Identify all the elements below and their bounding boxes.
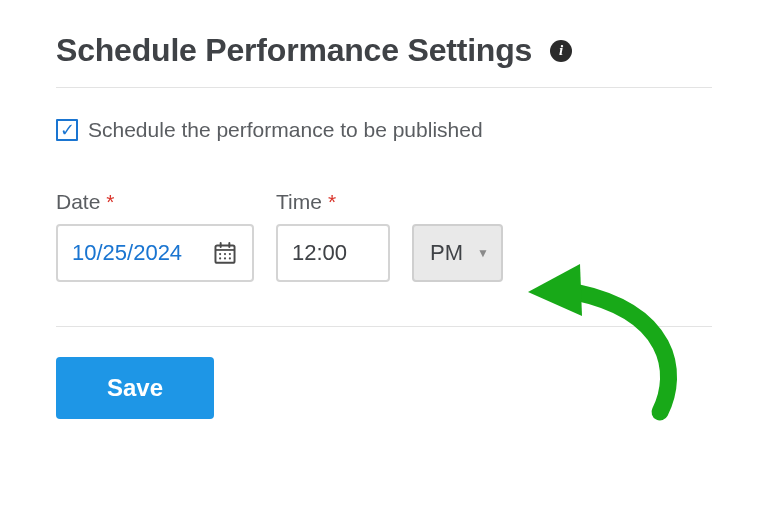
page-title: Schedule Performance Settings xyxy=(56,32,532,69)
svg-point-6 xyxy=(229,253,231,255)
time-value: 12:00 xyxy=(292,240,347,266)
divider-top xyxy=(56,87,712,88)
time-field: Time* 12:00 xyxy=(276,190,390,282)
date-label-text: Date xyxy=(56,190,100,213)
schedule-checkbox[interactable]: ✓ xyxy=(56,119,78,141)
svg-point-5 xyxy=(224,253,226,255)
required-mark: * xyxy=(328,190,336,213)
chevron-down-icon: ▼ xyxy=(477,246,489,260)
divider-bottom xyxy=(56,326,712,327)
ampm-select[interactable]: PM ▼ xyxy=(412,224,503,282)
time-label: Time* xyxy=(276,190,390,214)
date-field: Date* 10/25/2024 xyxy=(56,190,254,282)
svg-point-9 xyxy=(229,257,231,259)
time-label-text: Time xyxy=(276,190,322,213)
svg-point-8 xyxy=(224,257,226,259)
calendar-icon[interactable] xyxy=(212,240,238,266)
date-label: Date* xyxy=(56,190,254,214)
info-icon[interactable]: i xyxy=(550,40,572,62)
fields-row: Date* 10/25/2024 xyxy=(56,190,712,282)
svg-point-7 xyxy=(219,257,221,259)
ampm-value: PM xyxy=(430,240,463,266)
check-icon: ✓ xyxy=(60,121,75,139)
title-row: Schedule Performance Settings i xyxy=(56,32,712,69)
save-button[interactable]: Save xyxy=(56,357,214,419)
required-mark: * xyxy=(106,190,114,213)
date-value: 10/25/2024 xyxy=(72,240,182,266)
time-input[interactable]: 12:00 xyxy=(276,224,390,282)
date-input[interactable]: 10/25/2024 xyxy=(56,224,254,282)
svg-point-4 xyxy=(219,253,221,255)
schedule-checkbox-row: ✓ Schedule the performance to be publish… xyxy=(56,118,712,142)
schedule-checkbox-label: Schedule the performance to be published xyxy=(88,118,483,142)
